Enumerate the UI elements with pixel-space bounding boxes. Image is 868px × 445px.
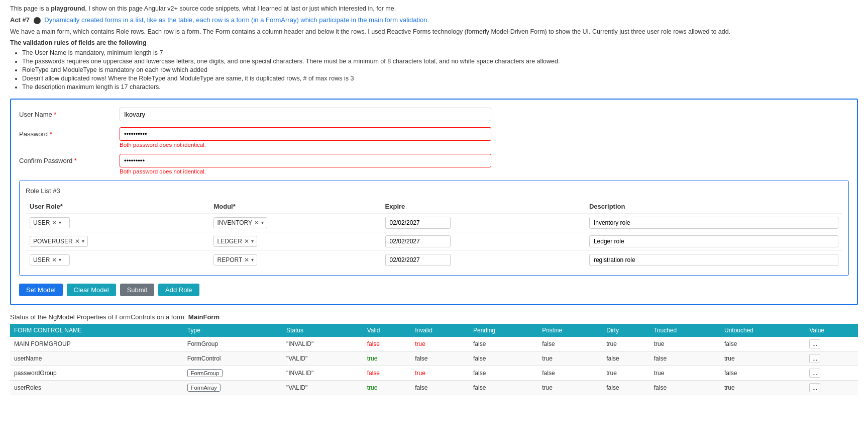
status-row-main: MAIN FORMGROUP FormGroup "INVALID" false… <box>10 337 858 351</box>
status-value-main: ... <box>805 337 858 351</box>
status-untouched-password: false <box>720 366 805 380</box>
col-invalid: Invalid <box>411 324 469 337</box>
module-select-1-clear[interactable]: ✕ <box>254 219 259 226</box>
validation-section: The validation rules of fields are the f… <box>10 39 858 91</box>
status-dirty-username: false <box>602 351 650 366</box>
col-valid: Valid <box>363 324 411 337</box>
status-value-password: ... <box>805 366 858 380</box>
role-table: User Role* Modul* Expire Description USE… <box>26 200 842 269</box>
desc-text: We have a main form, which contains Role… <box>10 28 858 35</box>
status-pristine-username: true <box>538 351 602 366</box>
value-ellipsis-password[interactable]: ... <box>809 369 820 378</box>
act-link[interactable]: Dynamically created forms in a list, lik… <box>44 16 429 24</box>
role-select-1-clear[interactable]: ✕ <box>52 219 57 226</box>
col-touched: Touched <box>650 324 720 337</box>
status-section: Status of the NgModel Properties of Form… <box>10 313 858 395</box>
status-valid-userroles: true <box>363 380 411 395</box>
status-status-username: "VALID" <box>282 351 363 366</box>
expire-cell-1 <box>381 213 585 232</box>
status-pending-username: false <box>469 351 538 366</box>
module-select-2-chevron: ▾ <box>251 238 254 244</box>
module-select-3[interactable]: REPORT ✕ ▾ <box>213 254 257 265</box>
desc-input-1[interactable] <box>589 217 838 229</box>
status-table: FORM CONTROL NAME Type Status Valid Inva… <box>10 324 858 395</box>
github-icon <box>34 17 41 24</box>
status-label: Status of the NgModel Properties of Form… <box>10 313 184 321</box>
status-row-password: passwordGroup FormGroup "INVALID" false … <box>10 366 858 380</box>
desc-cell-2 <box>585 232 842 250</box>
module-select-3-clear[interactable]: ✕ <box>244 256 249 263</box>
role-select-2-chevron: ▾ <box>82 238 84 244</box>
value-ellipsis-userroles[interactable]: ... <box>809 383 820 392</box>
col-status: Status <box>282 324 363 337</box>
username-label: User Name * <box>19 108 120 118</box>
set-model-button[interactable]: Set Model <box>19 284 63 296</box>
status-table-header: FORM CONTROL NAME Type Status Valid Inva… <box>10 324 858 337</box>
status-dirty-password: true <box>602 366 650 380</box>
module-select-3-text: REPORT <box>217 256 242 263</box>
status-touched-password: true <box>650 366 720 380</box>
username-required: * <box>52 111 57 118</box>
desc-input-3[interactable] <box>589 254 838 266</box>
password-error-msg: Both password does not identical. <box>120 142 491 148</box>
role-select-2-text: POWERUSER <box>33 238 73 245</box>
username-input[interactable] <box>120 108 491 121</box>
username-input-wrapper <box>120 108 491 121</box>
status-pristine-main: false <box>538 337 602 351</box>
status-value-userroles: ... <box>805 380 858 395</box>
status-type-username: FormControl <box>183 351 282 366</box>
role-select-1[interactable]: USER ✕ ▾ <box>30 217 70 228</box>
password-label: Password * <box>19 127 120 138</box>
desc-cell-1 <box>585 213 842 232</box>
col-dirty: Dirty <box>602 324 650 337</box>
value-ellipsis-main[interactable]: ... <box>809 339 820 348</box>
table-row: USER ✕ ▾ INVENTORY ✕ ▾ <box>26 213 842 232</box>
module-select-1-text: INVENTORY <box>217 219 252 226</box>
password-type-badge: FormGroup <box>187 369 223 377</box>
status-invalid-password: true <box>411 366 469 380</box>
status-name-password: passwordGroup <box>10 366 183 380</box>
add-role-button[interactable]: Add Role <box>158 284 199 296</box>
validation-rule-4: Doesn't allow duplicated rows! Where the… <box>22 75 858 82</box>
status-invalid-userroles: false <box>411 380 469 395</box>
validation-rule-1: The User Name is mandatory, minimum leng… <box>22 49 858 56</box>
status-invalid-main: true <box>411 337 469 351</box>
expire-input-3[interactable] <box>385 254 451 266</box>
role-list-title: Role List #3 <box>26 187 842 195</box>
module-select-3-chevron: ▾ <box>251 257 254 262</box>
role-select-2-clear[interactable]: ✕ <box>75 238 80 245</box>
status-dirty-main: true <box>602 337 650 351</box>
module-select-2-clear[interactable]: ✕ <box>244 238 249 245</box>
status-valid-username: true <box>363 351 411 366</box>
act-line: Act #7 Dynamically created forms in a li… <box>10 16 858 24</box>
submit-button[interactable]: Submit <box>120 284 154 296</box>
expire-input-2[interactable] <box>385 235 451 247</box>
desc-input-2[interactable] <box>589 235 838 247</box>
status-valid-main: false <box>363 337 411 351</box>
role-cell-3: USER ✕ ▾ <box>26 250 209 269</box>
module-cell-1: INVENTORY ✕ ▾ <box>209 213 381 232</box>
confirm-password-label: Confirm Password * <box>19 154 120 164</box>
col-value: Value <box>805 324 858 337</box>
module-select-2[interactable]: LEDGER ✕ ▾ <box>213 236 257 247</box>
password-input-wrapper: Both password does not identical. <box>120 127 491 148</box>
expire-input-1[interactable] <box>385 217 451 229</box>
password-input[interactable] <box>120 127 491 141</box>
status-touched-main: true <box>650 337 720 351</box>
status-name-username: userName <box>10 351 183 366</box>
main-form-container: User Name * Password * Both password doe… <box>10 99 858 305</box>
col-description: Description <box>585 200 842 214</box>
role-select-2[interactable]: POWERUSER ✕ ▾ <box>30 236 88 247</box>
confirm-password-input[interactable] <box>120 154 491 167</box>
status-dirty-userroles: false <box>602 380 650 395</box>
clear-model-button[interactable]: Clear Model <box>67 284 116 296</box>
value-ellipsis-username[interactable]: ... <box>809 354 820 363</box>
desc-cell-3 <box>585 250 842 269</box>
module-select-1[interactable]: INVENTORY ✕ ▾ <box>213 217 267 228</box>
role-select-3[interactable]: USER ✕ ▾ <box>30 254 70 265</box>
status-name-main: MAIN FORMGROUP <box>10 337 183 351</box>
status-value-username: ... <box>805 351 858 366</box>
role-select-3-clear[interactable]: ✕ <box>52 256 57 263</box>
role-cell-2: POWERUSER ✕ ▾ <box>26 232 209 250</box>
status-type-userroles: FormArray <box>183 380 282 395</box>
